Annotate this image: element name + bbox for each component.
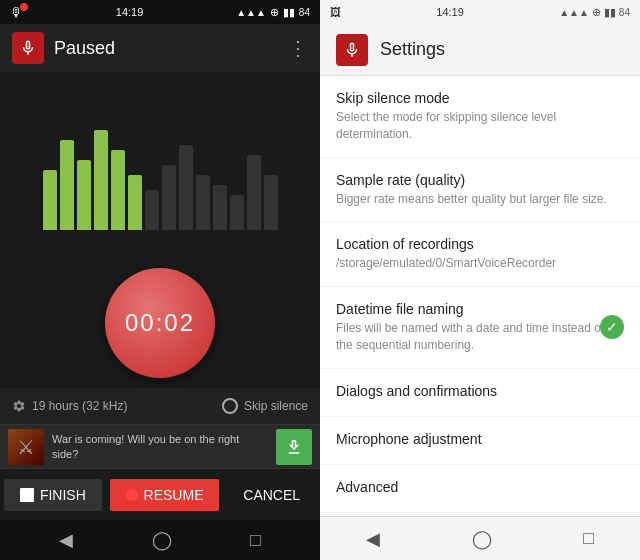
- signal-icon: ▲▲▲: [236, 7, 266, 18]
- left-status-bar: 🎙 14:19 ▲▲▲ ⊕ ▮▮ 84: [0, 0, 320, 24]
- right-mic-icon-wrap: [336, 34, 368, 66]
- bar-10: [196, 175, 210, 230]
- visualizer-area: [0, 72, 320, 248]
- setting-item-advanced[interactable]: Advanced: [320, 465, 640, 513]
- resume-label: Resume: [144, 487, 204, 503]
- right-signal-icon: ▲▲▲: [559, 7, 589, 18]
- battery-icon: ▮▮: [283, 6, 295, 19]
- status-icons: ▲▲▲ ⊕ ▮▮ 84: [236, 6, 310, 19]
- setting-title-advanced: Advanced: [336, 479, 624, 495]
- finish-icon: [20, 488, 34, 502]
- left-top-bar: Paused ⋮: [0, 24, 320, 72]
- setting-desc-datetime-naming: Files will be named with a date and time…: [336, 320, 624, 354]
- setting-item-datetime-naming[interactable]: Datetime file namingFiles will be named …: [320, 287, 640, 369]
- resume-icon: [126, 489, 138, 501]
- finish-label: Finish: [40, 487, 86, 503]
- bar-1: [43, 170, 57, 230]
- setting-title-location-recordings: Location of recordings: [336, 236, 624, 252]
- skip-silence-label: Skip silence: [244, 399, 308, 413]
- bar-3: [77, 160, 91, 230]
- bar-4: [94, 130, 108, 230]
- right-wifi-icon: ⊕: [592, 6, 601, 19]
- left-app-title: Paused: [54, 38, 115, 59]
- settings-title: Settings: [380, 39, 445, 60]
- battery-level: 84: [299, 7, 310, 18]
- right-nav-bar: ◀ ◯ □: [320, 516, 640, 560]
- bar-13: [247, 155, 261, 230]
- bar-7: [145, 190, 159, 230]
- settings-info-icon: [12, 399, 26, 413]
- right-home-nav-icon[interactable]: ◯: [472, 528, 492, 550]
- cancel-label: Cancel: [243, 487, 300, 503]
- info-bar: 19 hours (32 kHz) Skip silence: [0, 388, 320, 424]
- bar-5: [111, 150, 125, 230]
- download-button[interactable]: [276, 429, 312, 465]
- setting-item-skip-silence-mode[interactable]: Skip silence modeSelect the mode for ski…: [320, 76, 640, 158]
- timer-circle: 00:02: [105, 268, 215, 378]
- notification-thumbnail: ⚔: [8, 429, 44, 465]
- right-status-right: ▲▲▲ ⊕ ▮▮ 84: [559, 6, 630, 19]
- setting-desc-skip-silence-mode: Select the mode for skipping silence lev…: [336, 109, 624, 143]
- action-bar: Finish Resume Cancel: [0, 468, 320, 520]
- notification-text: War is coming! Will you be on the right …: [52, 432, 268, 461]
- duration-info: 19 hours (32 kHz): [12, 399, 127, 413]
- setting-item-location-recordings[interactable]: Location of recordings/storage/emulated/…: [320, 222, 640, 287]
- right-recents-nav-icon[interactable]: □: [583, 528, 594, 549]
- right-status-bar: 🖼 14:19 ▲▲▲ ⊕ ▮▮ 84: [320, 0, 640, 24]
- skip-silence-wrap[interactable]: Skip silence: [222, 398, 308, 414]
- home-nav-icon[interactable]: ◯: [152, 529, 172, 551]
- recents-nav-icon[interactable]: □: [250, 530, 261, 551]
- duration-text: 19 hours (32 kHz): [32, 399, 127, 413]
- left-panel: 🎙 14:19 ▲▲▲ ⊕ ▮▮ 84 Paused ⋮: [0, 0, 320, 560]
- right-photo-icon: 🖼: [330, 6, 341, 18]
- mic-icon-wrap: [12, 32, 44, 64]
- setting-item-sample-rate[interactable]: Sample rate (quality)Bigger rate means b…: [320, 158, 640, 223]
- setting-desc-location-recordings: /storage/emulated/0/SmartVoiceRecorder: [336, 255, 624, 272]
- right-back-nav-icon[interactable]: ◀: [366, 528, 380, 550]
- right-status-time: 14:19: [436, 6, 464, 18]
- resume-button[interactable]: Resume: [110, 479, 220, 511]
- right-battery-level: 84: [619, 7, 630, 18]
- bar-11: [213, 185, 227, 230]
- download-icon: [285, 438, 303, 456]
- more-options-icon[interactable]: ⋮: [288, 36, 308, 60]
- right-top-bar: Settings: [320, 24, 640, 76]
- right-battery-icon: ▮▮: [604, 6, 616, 19]
- bar-9: [179, 145, 193, 230]
- setting-title-skip-silence-mode: Skip silence mode: [336, 90, 624, 106]
- setting-title-microphone-adjustment: Microphone adjustment: [336, 431, 624, 447]
- wifi-icon: ⊕: [270, 6, 279, 19]
- settings-list: Skip silence modeSelect the mode for ski…: [320, 76, 640, 516]
- setting-title-datetime-naming: Datetime file naming: [336, 301, 624, 317]
- mic-icon: [19, 39, 37, 57]
- bar-12: [230, 195, 244, 230]
- timer-wrap: 00:02: [0, 248, 320, 388]
- recording-dot: [20, 3, 28, 11]
- setting-check-datetime-naming: ✓: [600, 315, 624, 339]
- notification-bar: ⚔ War is coming! Will you be on the righ…: [0, 424, 320, 468]
- skip-silence-radio[interactable]: [222, 398, 238, 414]
- bar-2: [60, 140, 74, 230]
- status-bar-left: 🎙: [10, 5, 23, 20]
- left-nav-bar: ◀ ◯ □: [0, 520, 320, 560]
- left-status-time: 14:19: [116, 6, 144, 18]
- timer-display: 00:02: [125, 309, 195, 337]
- bar-8: [162, 165, 176, 230]
- right-panel: 🖼 14:19 ▲▲▲ ⊕ ▮▮ 84 Settings Skip silenc…: [320, 0, 640, 560]
- audio-bars: [43, 110, 278, 230]
- back-nav-icon[interactable]: ◀: [59, 529, 73, 551]
- setting-desc-sample-rate: Bigger rate means better quality but lar…: [336, 191, 624, 208]
- setting-item-microphone-adjustment[interactable]: Microphone adjustment: [320, 417, 640, 465]
- cancel-button[interactable]: Cancel: [227, 479, 316, 511]
- finish-button[interactable]: Finish: [4, 479, 102, 511]
- bar-14: [264, 175, 278, 230]
- bar-6: [128, 175, 142, 230]
- right-status-left: 🖼: [330, 6, 341, 18]
- top-bar-left: Paused: [12, 32, 115, 64]
- right-mic-icon: [343, 41, 361, 59]
- setting-item-dialogs-confirmations[interactable]: Dialogs and confirmations: [320, 369, 640, 417]
- setting-title-dialogs-confirmations: Dialogs and confirmations: [336, 383, 624, 399]
- setting-title-sample-rate: Sample rate (quality): [336, 172, 624, 188]
